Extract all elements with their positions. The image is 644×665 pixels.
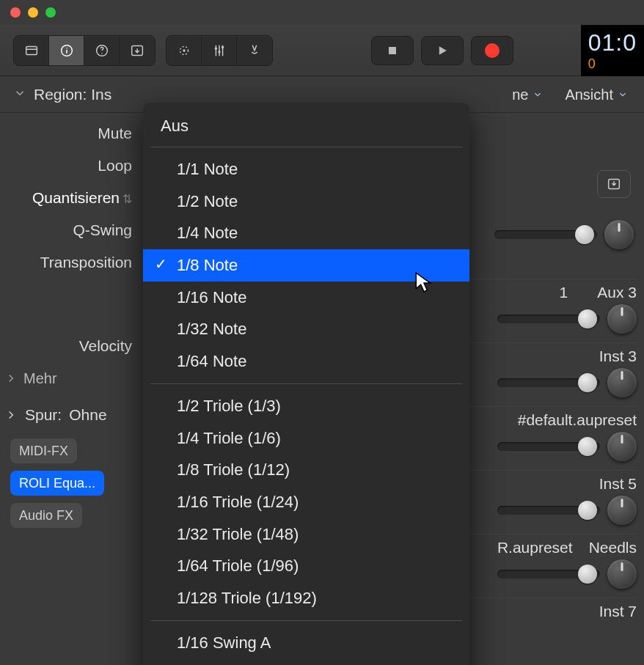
volume-slider[interactable] bbox=[497, 506, 600, 515]
view-dropdown-label: Ansicht bbox=[565, 87, 613, 103]
midi-fx-slot[interactable]: MIDI-FX bbox=[10, 438, 77, 463]
quantize-option[interactable]: 1/4 Note bbox=[143, 217, 469, 249]
region-header-label: Region: Ins bbox=[34, 86, 111, 103]
track-label: Needls bbox=[589, 539, 637, 556]
pan-knob[interactable] bbox=[607, 559, 637, 589]
quantize-option[interactable]: 1/16 Note bbox=[143, 282, 469, 314]
track-list: 1 Aux 3 Inst 3 #default.aupreset Inst bbox=[455, 279, 637, 628]
window-minimize-button[interactable] bbox=[28, 7, 38, 18]
toolbar: 01:0 0 bbox=[0, 25, 644, 76]
view-dropdown[interactable]: Ansicht bbox=[557, 82, 635, 108]
svg-point-7 bbox=[214, 47, 216, 49]
toolbar-button[interactable] bbox=[120, 36, 155, 65]
mixer-button[interactable] bbox=[202, 36, 237, 65]
play-button[interactable] bbox=[421, 36, 464, 65]
svg-rect-10 bbox=[389, 47, 396, 54]
audio-fx-slot[interactable]: Audio FX bbox=[10, 503, 82, 528]
quantize-option[interactable]: 1/64 Triole (1/96) bbox=[143, 550, 469, 582]
library-button[interactable] bbox=[14, 36, 49, 65]
smart-controls-button[interactable] bbox=[167, 36, 202, 65]
quantize-menu[interactable]: Aus1/1 Note1/2 Note1/4 Note1/8 Note1/16 … bbox=[143, 103, 469, 665]
stop-button[interactable] bbox=[371, 36, 414, 65]
titlebar bbox=[0, 0, 644, 25]
app-window: 01:0 0 Region: Ins ne Ansicht Mute Loop … bbox=[0, 0, 644, 665]
quantize-option[interactable]: Aus bbox=[143, 111, 469, 141]
volume-slider[interactable] bbox=[497, 378, 600, 387]
pan-knob[interactable] bbox=[607, 304, 637, 334]
param-loop-label: Loop bbox=[0, 157, 139, 174]
quantize-option[interactable]: 1/64 Note bbox=[143, 345, 469, 378]
track-label: R.aupreset bbox=[497, 539, 573, 556]
quantize-option[interactable]: 1/16 Triole (1/24) bbox=[143, 486, 469, 518]
menu-separator bbox=[150, 147, 462, 147]
track-label: Inst 5 bbox=[599, 475, 637, 493]
pan-knob[interactable] bbox=[607, 496, 637, 525]
quantize-option[interactable]: 1/128 Triole (1/192) bbox=[143, 582, 469, 614]
lcd-sub: 0 bbox=[588, 56, 637, 72]
param-mute-label: Mute bbox=[0, 125, 139, 142]
svg-point-6 bbox=[183, 49, 185, 51]
more-label: Mehr bbox=[23, 370, 57, 387]
lcd-time: 01:0 bbox=[588, 29, 637, 56]
volume-slider[interactable] bbox=[497, 315, 600, 323]
svg-point-9 bbox=[221, 45, 223, 48]
instrument-slot[interactable]: ROLI Equa... bbox=[10, 471, 104, 496]
pan-knob[interactable] bbox=[604, 220, 634, 249]
quantize-option[interactable]: 1/32 Triole (1/48) bbox=[143, 518, 469, 551]
pan-knob[interactable] bbox=[607, 368, 637, 397]
pan-knob[interactable] bbox=[607, 432, 637, 461]
window-close-button[interactable] bbox=[10, 7, 21, 18]
svg-point-8 bbox=[218, 51, 220, 53]
help-button[interactable] bbox=[84, 36, 120, 65]
quantize-option[interactable]: 1/16 Swing B bbox=[143, 658, 469, 665]
record-button[interactable] bbox=[471, 36, 513, 65]
svg-point-3 bbox=[101, 52, 102, 53]
volume-slider[interactable] bbox=[494, 230, 597, 239]
region-disclosure-chevron[interactable] bbox=[13, 87, 26, 103]
menu-separator bbox=[150, 383, 462, 384]
quantize-option[interactable]: 1/8 Triole (1/12) bbox=[143, 454, 469, 486]
track-label: Aux 3 bbox=[597, 284, 637, 301]
inspector-button[interactable] bbox=[49, 36, 84, 65]
svg-rect-0 bbox=[26, 46, 37, 54]
param-qswing-label: Q-Swing bbox=[0, 221, 139, 239]
dropdown-ne[interactable]: ne bbox=[505, 82, 550, 108]
quantize-option[interactable]: 1/32 Note bbox=[143, 313, 469, 345]
track-header-label: Spur: bbox=[25, 406, 62, 424]
quantize-option[interactable]: 1/1 Note bbox=[143, 153, 469, 185]
editor-tools-group bbox=[166, 35, 273, 66]
menu-separator bbox=[150, 620, 462, 621]
track-label: 1 bbox=[560, 284, 568, 301]
lcd-display: 01:0 0 bbox=[581, 25, 644, 76]
track-label: Inst 7 bbox=[599, 603, 637, 620]
param-velocity-label: Velocity bbox=[0, 337, 139, 355]
track-label: Inst 3 bbox=[599, 348, 637, 365]
param-transposition-label: Transposition bbox=[0, 254, 139, 271]
transport bbox=[371, 36, 513, 65]
quantize-option[interactable]: 1/2 Note bbox=[143, 185, 469, 218]
track-label: #default.aupreset bbox=[518, 411, 637, 429]
volume-slider[interactable] bbox=[497, 570, 600, 578]
view-toggle-group bbox=[13, 35, 155, 66]
dropdown-ne-label: ne bbox=[512, 87, 528, 103]
track-header-value: Ohne bbox=[69, 406, 106, 424]
record-icon bbox=[485, 43, 500, 58]
quantize-option[interactable]: 1/4 Triole (1/6) bbox=[143, 422, 469, 455]
window-maximize-button[interactable] bbox=[45, 7, 56, 18]
volume-slider[interactable] bbox=[497, 442, 600, 451]
quantize-option[interactable]: 1/8 Note bbox=[143, 249, 469, 282]
quantize-option[interactable]: 1/2 Triole (1/3) bbox=[143, 390, 469, 422]
editors-button[interactable] bbox=[237, 36, 272, 65]
param-quantize-label[interactable]: Quantisieren⇅ bbox=[0, 189, 139, 207]
quantize-option[interactable]: 1/16 Swing A bbox=[143, 627, 469, 659]
